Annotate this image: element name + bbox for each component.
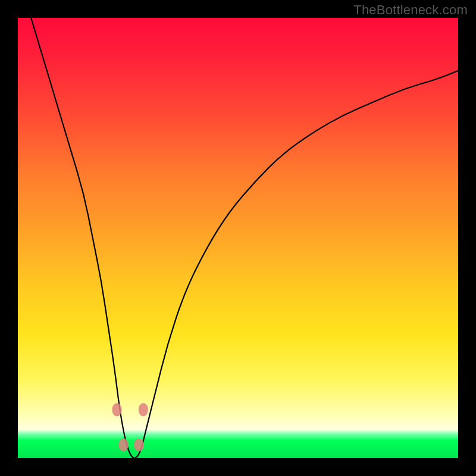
curve-marker: [134, 439, 144, 452]
curve-markers: [112, 403, 148, 452]
curve-marker: [139, 403, 148, 416]
curve-marker: [112, 403, 122, 416]
bottleneck-curve: [31, 18, 458, 458]
curve-layer: [18, 18, 458, 458]
watermark: TheBottleneck.com: [353, 2, 468, 18]
chart-canvas: TheBottleneck.com: [0, 0, 476, 476]
plot-area: [18, 18, 458, 458]
curve-marker: [119, 439, 129, 452]
